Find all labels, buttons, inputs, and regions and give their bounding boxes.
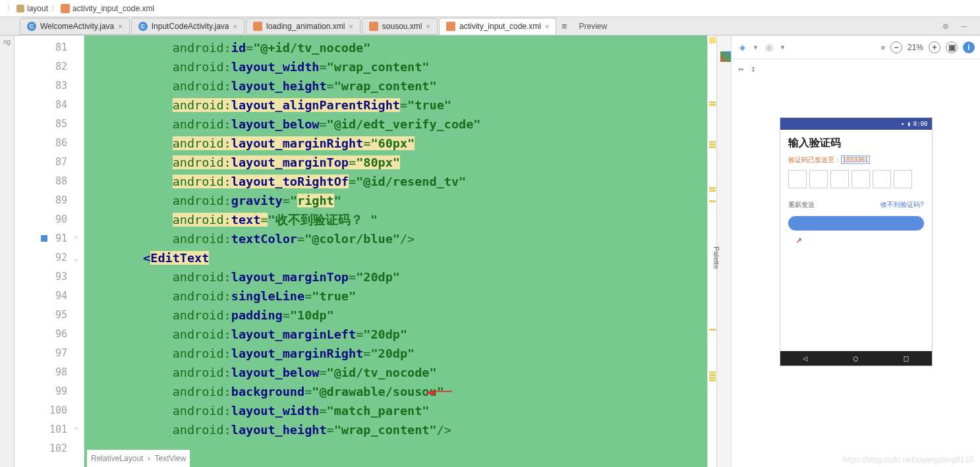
phone-navbar: ◁ ○ □ xyxy=(780,351,932,366)
java-icon: C xyxy=(27,22,36,31)
fold-up-icon[interactable]: ⌃ xyxy=(74,234,82,242)
close-icon[interactable]: × xyxy=(233,22,237,30)
battery-icon: ▮ xyxy=(907,121,910,127)
close-icon[interactable]: × xyxy=(118,22,122,30)
phone-statusbar: ▾▮8:00 xyxy=(780,118,932,130)
breadcrumb-chevron: 〉 xyxy=(51,3,58,13)
home-icon[interactable]: ○ xyxy=(853,354,858,363)
close-icon[interactable]: × xyxy=(349,22,353,30)
annotation-arrow-icon: ◄── xyxy=(426,383,452,400)
recents-icon[interactable]: □ xyxy=(904,354,909,363)
back-icon[interactable]: ◁ xyxy=(803,354,807,363)
code-box[interactable] xyxy=(830,170,849,188)
breadcrumb-file[interactable]: activity_input_code.xml xyxy=(72,4,154,13)
nocode-link[interactable]: 收不到验证码? xyxy=(880,200,924,209)
line-marker-icon xyxy=(41,235,47,242)
zoom-level: 21% xyxy=(908,43,923,52)
close-icon[interactable]: × xyxy=(426,22,430,30)
info-icon[interactable]: i xyxy=(963,41,975,53)
preview-tab-label[interactable]: Preview xyxy=(571,22,943,31)
close-icon[interactable]: × xyxy=(545,22,549,30)
device-preview[interactable]: ▾▮8:00 输入验证码 验证码已发送至：1833361 重新发送 收不到验证码… xyxy=(780,117,933,366)
pan-horizontal-icon[interactable]: ↔ xyxy=(738,63,743,74)
palette-icon xyxy=(720,51,731,62)
resend-link[interactable]: 重新发送 xyxy=(788,200,815,209)
code-content[interactable]: android:id="@+id/tv_nocode" android:layo… xyxy=(84,36,707,467)
phone-title: 输入验证码 xyxy=(780,130,932,154)
split-view-icon[interactable]: ≡ xyxy=(558,21,571,31)
code-box[interactable] xyxy=(894,170,912,188)
tab-welcome-activity[interactable]: CWelcomeActivity.java× xyxy=(20,18,130,35)
breadcrumb-bar: 〉 layout 〉 activity_input_code.xml xyxy=(0,0,980,17)
breadcrumb-folder[interactable]: layout xyxy=(27,4,48,13)
annotation-arrow-icon: ↗ xyxy=(780,233,932,246)
minimize-icon[interactable]: — xyxy=(962,21,972,32)
zoom-in-button[interactable]: + xyxy=(929,41,940,53)
fold-down-icon[interactable]: ⌄ xyxy=(74,254,82,261)
code-box[interactable] xyxy=(788,170,807,188)
editor-tabs: CWelcomeActivity.java× CInputCodeActivit… xyxy=(0,17,980,36)
preview-toolbar: ◈▼ ◎▼ » − 21% + ▣ i xyxy=(732,36,980,59)
pan-vertical-icon[interactable]: ↕ xyxy=(750,63,755,74)
tab-input-code-activity[interactable]: CInputCodeActivity.java× xyxy=(131,18,245,35)
xml-file-icon xyxy=(369,22,378,31)
tab-loading-animation[interactable]: loading_animation.xml× xyxy=(246,18,360,35)
xml-file-icon xyxy=(446,22,455,31)
zoom-fit-button[interactable]: ▣ xyxy=(946,41,958,53)
tab-activity-input-code[interactable]: activity_input_code.xml× xyxy=(439,18,557,35)
breadcrumb-chevron: 〉 xyxy=(7,3,14,13)
java-icon: C xyxy=(138,22,148,31)
expand-icon[interactable]: » xyxy=(880,43,885,52)
fold-up-icon[interactable]: ⌃ xyxy=(74,426,82,433)
xml-file-icon xyxy=(253,22,262,31)
layout-preview-panel: Palette ◈▼ ◎▼ » − 21% + ▣ i ↔ ↕ ▾▮8:00 xyxy=(716,36,980,467)
wifi-icon: ▾ xyxy=(901,121,904,127)
code-box[interactable] xyxy=(851,170,870,188)
layers-icon[interactable]: ◈ xyxy=(737,42,747,53)
submit-button[interactable] xyxy=(788,216,924,231)
zoom-out-button[interactable]: − xyxy=(890,41,902,53)
fold-gutter: ⌃ ⌄ ⌃ xyxy=(72,36,84,467)
code-box[interactable] xyxy=(873,170,891,188)
folder-icon xyxy=(16,5,24,13)
phone-sent-label: 验证码已发送至：1833361 xyxy=(780,154,932,166)
pan-controls: ↔ ↕ xyxy=(732,59,980,78)
code-box[interactable] xyxy=(809,170,828,188)
surface-icon[interactable]: ◎ xyxy=(764,42,774,53)
code-editor[interactable]: 81 82 83 84 85 86 87 88 89 90 91 92 93 9… xyxy=(14,36,716,467)
watermark-text: https://blog.csdn.net/xiyangyang8110 xyxy=(843,455,973,464)
chevron-down-icon[interactable]: ▼ xyxy=(780,44,786,51)
structure-breadcrumb[interactable]: RelativeLayout › TextView xyxy=(87,450,190,467)
xml-file-icon xyxy=(61,4,70,13)
chevron-down-icon[interactable]: ▼ xyxy=(753,44,759,51)
palette-strip[interactable]: Palette xyxy=(717,36,732,467)
left-tool-strip: ng xyxy=(0,36,14,467)
line-number-gutter: 81 82 83 84 85 86 87 88 89 90 91 92 93 9… xyxy=(14,36,72,467)
code-input-boxes xyxy=(780,166,932,192)
gear-icon[interactable]: ⚙ xyxy=(943,21,954,32)
tab-sousou[interactable]: sousou.xml× xyxy=(362,18,438,35)
warning-indicator-icon xyxy=(709,37,716,43)
